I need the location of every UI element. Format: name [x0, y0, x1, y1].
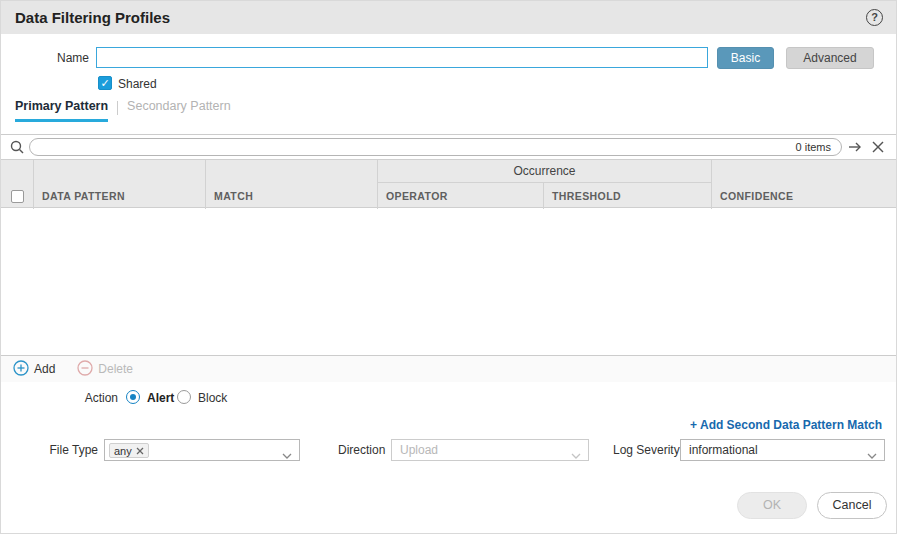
action-label: Action	[1, 391, 118, 405]
direction-label: Direction	[338, 443, 385, 457]
column-header-threshold[interactable]: THRESHOLD	[544, 183, 712, 209]
tab-primary-pattern[interactable]: Primary Pattern	[15, 99, 108, 122]
basic-button[interactable]: Basic	[717, 47, 774, 69]
select-all-cell	[1, 160, 34, 209]
pattern-tabs: Primary Pattern Secondary Pattern	[15, 99, 231, 122]
minus-circle-icon	[77, 360, 93, 379]
table-body-empty	[1, 208, 896, 355]
filter-input[interactable]	[38, 139, 783, 155]
direction-value: Upload	[400, 443, 438, 457]
name-input[interactable]	[96, 47, 708, 68]
shared-label: Shared	[118, 77, 157, 91]
apply-filter-arrow-icon[interactable]	[848, 141, 864, 156]
alert-radio[interactable]	[126, 390, 140, 404]
remove-tag-icon[interactable]	[136, 447, 144, 455]
delete-button-label: Delete	[98, 362, 133, 376]
tab-secondary-pattern[interactable]: Secondary Pattern	[127, 99, 231, 122]
file-type-label: File Type	[31, 443, 98, 457]
chevron-down-icon	[867, 448, 877, 462]
column-header-data-pattern[interactable]: DATA PATTERN	[34, 160, 206, 209]
cancel-button[interactable]: Cancel	[817, 492, 887, 519]
delete-button[interactable]: Delete	[77, 360, 133, 379]
block-radio-label[interactable]: Block	[198, 391, 227, 405]
log-severity-value: informational	[689, 443, 758, 457]
name-label: Name	[1, 51, 89, 65]
file-type-tag: any	[109, 443, 149, 458]
column-header-operator[interactable]: OPERATOR	[378, 183, 544, 209]
add-second-data-pattern-link[interactable]: + Add Second Data Pattern Match	[690, 418, 882, 432]
file-type-combobox[interactable]: any	[104, 439, 300, 461]
select-all-checkbox[interactable]	[11, 190, 24, 203]
direction-dropdown: Upload	[391, 439, 589, 461]
column-header-confidence[interactable]: CONFIDENCE	[712, 160, 896, 209]
add-button[interactable]: Add	[13, 360, 55, 379]
column-group-occurrence: Occurrence	[378, 160, 712, 183]
data-pattern-table: 0 items DATA PATTERN MATCH Occurrence OP…	[1, 134, 896, 382]
log-severity-dropdown[interactable]: informational	[680, 439, 885, 461]
ok-button[interactable]: OK	[737, 492, 807, 519]
data-filtering-profiles-dialog: Data Filtering Profiles ? Name Basic Adv…	[0, 0, 897, 534]
items-count: 0 items	[796, 141, 831, 153]
clear-filter-icon[interactable]	[872, 141, 884, 156]
table-filter-row: 0 items	[1, 135, 896, 159]
log-severity-label: Log Severity	[613, 443, 680, 457]
search-icon[interactable]	[9, 139, 25, 158]
table-footer: Add Delete	[1, 355, 896, 382]
table-header: DATA PATTERN MATCH Occurrence OPERATOR T…	[1, 159, 896, 208]
plus-circle-icon	[13, 360, 29, 379]
shared-checkbox[interactable]: ✓	[98, 76, 112, 90]
file-type-tag-label: any	[114, 445, 132, 457]
help-icon[interactable]: ?	[866, 9, 883, 26]
chevron-down-icon	[571, 448, 581, 462]
advanced-button[interactable]: Advanced	[786, 47, 874, 69]
page-title: Data Filtering Profiles	[15, 9, 170, 26]
alert-radio-label[interactable]: Alert	[147, 391, 174, 405]
column-header-match[interactable]: MATCH	[206, 160, 378, 209]
block-radio[interactable]	[177, 390, 191, 404]
filter-pill: 0 items	[29, 138, 842, 156]
chevron-down-icon	[282, 448, 292, 462]
dialog-titlebar: Data Filtering Profiles ?	[1, 1, 896, 34]
tab-divider	[117, 101, 118, 115]
add-button-label: Add	[34, 362, 55, 376]
